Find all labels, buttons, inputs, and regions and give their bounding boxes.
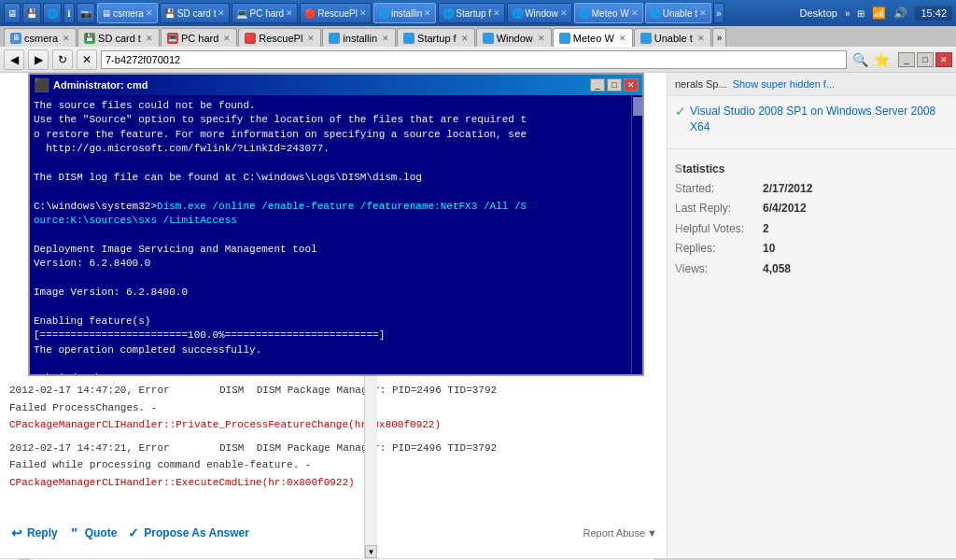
sidebar-header-link[interactable]: Show super hidden f...	[733, 78, 835, 90]
taskbar-installing[interactable]: 🌐 installin ✕	[373, 3, 436, 23]
toolbar-icons: 🔍 ⭐	[851, 50, 891, 69]
tab-window[interactable]: 🌐 Window ✕	[476, 28, 552, 47]
stat-last-reply-value: 6/4/2012	[763, 199, 807, 219]
taskbar-flag[interactable]: ⊞	[857, 8, 865, 19]
tab-close-unable[interactable]: ✕	[697, 34, 705, 43]
taskbar-sdcard[interactable]: 💾 SD card t ✕	[160, 3, 231, 23]
taskbar-overflow[interactable]: »	[713, 3, 724, 23]
answer-link[interactable]: Visual Studio 2008 SP1 on Windows Server…	[690, 104, 949, 135]
cmd-icon: ⬛	[34, 77, 49, 92]
propose-answer-button[interactable]: ✓ Propose As Answer	[126, 526, 248, 539]
taskbar-unable[interactable]: 🌐 Unable t ✕	[645, 3, 711, 23]
stat-started-value: 2/17/2012	[763, 179, 812, 200]
tab-icon-unable: 🌐	[640, 33, 652, 44]
tab-rescue[interactable]: 🔴 RescuePl ✕	[238, 28, 321, 47]
quicklaunch-btn2[interactable]: 💾	[22, 3, 41, 23]
cmd-close-button[interactable]: ✕	[624, 78, 639, 91]
log-timestamp-1: 2012-02-17 14:47:20, Error	[9, 385, 170, 396]
cmd-minimize-button[interactable]: _	[590, 78, 605, 91]
tab-icon-startup: 🌐	[403, 33, 415, 44]
tab-close-csmera[interactable]: ✕	[63, 34, 70, 43]
cmd-title: ⬛ Administrator: cmd	[34, 77, 148, 92]
reply-button[interactable]: ↩ Reply	[9, 526, 58, 539]
taskbar-meteo[interactable]: 🌐 Meteo W ✕	[574, 3, 643, 23]
log-entry-2: 2012-02-17 14:47:21, Error DISM DISM Pac…	[9, 439, 657, 491]
sidebar-breadcrumb: nerals Sp...	[675, 78, 727, 90]
quote-button[interactable]: " Quote	[67, 526, 118, 539]
tab-sdcard[interactable]: 💾 SD card t ✕	[77, 28, 160, 47]
tab-startup[interactable]: 🌐 Startup f ✕	[397, 28, 475, 47]
quicklaunch-btn3[interactable]: 🌐	[43, 3, 62, 23]
taskbar-chevron[interactable]: »	[845, 8, 851, 19]
scroll-down-button[interactable]: ▼	[365, 545, 377, 558]
stat-views-value: 4,058	[763, 259, 791, 280]
time-display: 15:42	[915, 6, 952, 21]
cmd-restore-button[interactable]: □	[607, 78, 622, 91]
report-abuse-button[interactable]: Report Abuse ▼	[583, 527, 657, 539]
log-source-2: DISM	[219, 442, 244, 454]
tab-overflow[interactable]: »	[712, 28, 727, 47]
tab-close-meteo[interactable]: ✕	[619, 34, 626, 43]
tab-icon-csmera: 🖥	[10, 33, 21, 44]
tab-meteo[interactable]: 🌐 Meteo W ✕	[553, 28, 633, 47]
tab-close-startup[interactable]: ✕	[461, 34, 469, 43]
close-button[interactable]: ✕	[935, 52, 952, 67]
stat-replies-label: Replies:	[675, 239, 759, 259]
stat-views-label: Views:	[675, 259, 759, 280]
forum-actions: ↩ Reply " Quote ✓ Propose As Answer Repo…	[0, 526, 667, 539]
windows-taskbar: 🖥 💾 🌐 ℹ 📷 🖥 csmera ✕ 💾 SD card t ✕ 💻 PC …	[0, 0, 956, 26]
taskbar-rescue[interactable]: 🔴 RescuePl ✕	[300, 3, 372, 23]
tab-pchard[interactable]: 💻 PC hard ✕	[161, 28, 237, 47]
cmd-window: ⬛ Administrator: cmd _ □ ✕ The source fi…	[28, 73, 644, 376]
taskbar-pchard[interactable]: 💻 PC hard ✕	[232, 3, 298, 23]
search-icon[interactable]: 🔍	[851, 50, 869, 69]
forum-panel: ⬛ Administrator: cmd _ □ ✕ The source fi…	[0, 73, 667, 558]
stat-last-reply-label: Last Reply:	[675, 199, 759, 219]
stat-helpful-label: Helpful Votes:	[675, 219, 759, 240]
desktop-label: Desktop	[800, 7, 837, 19]
stat-last-reply: Last Reply: 6/4/2012	[675, 199, 949, 219]
tab-close-window[interactable]: ✕	[538, 34, 545, 43]
report-chevron-icon: ▼	[647, 527, 657, 539]
forward-button[interactable]: ▶	[28, 49, 49, 70]
back-button[interactable]: ◀	[4, 49, 24, 70]
main-content: ⬛ Administrator: cmd _ □ ✕ The source fi…	[0, 73, 956, 558]
taskbar-csmera[interactable]: 🖥 csmera ✕	[97, 3, 158, 23]
quicklaunch-btn5[interactable]: 📷	[77, 3, 95, 23]
maximize-button[interactable]: □	[917, 52, 934, 67]
stat-views: Views: 4,058	[675, 259, 949, 280]
quicklaunch-btn4[interactable]: ℹ	[63, 3, 75, 23]
window-controls: _ □ ✕	[898, 52, 952, 67]
log-source-1: DISM	[219, 385, 244, 396]
tab-icon-sdcard: 💾	[84, 33, 95, 44]
reply-icon: ↩	[9, 526, 24, 539]
answer-checkmark-icon: ✓	[675, 104, 686, 119]
refresh-button[interactable]: ↻	[52, 49, 73, 70]
volume-icon: 🔊	[893, 7, 907, 20]
tab-installing[interactable]: 🌐 installin ✕	[322, 28, 396, 47]
cmd-body: The source files could not be found. Use…	[30, 95, 642, 374]
address-bar[interactable]: 7-b4272f070012	[101, 50, 847, 69]
star-icon[interactable]: ⭐	[872, 50, 891, 69]
tab-unable[interactable]: 🌐 Unable t ✕	[634, 28, 711, 47]
cmd-scrollbar[interactable]	[631, 95, 642, 374]
tab-icon-installing: 🌐	[329, 33, 340, 44]
quote-icon: "	[67, 526, 82, 539]
cmd-output: The source files could not be found. Use…	[34, 99, 639, 374]
log-timestamp-2: 2012-02-17 14:47:21, Error	[9, 442, 170, 454]
tab-close-rescue[interactable]: ✕	[307, 34, 315, 43]
minimize-button[interactable]: _	[898, 52, 915, 67]
tab-csmera[interactable]: 🖥 csmera ✕	[4, 28, 77, 47]
cmd-titlebar[interactable]: ⬛ Administrator: cmd _ □ ✕	[30, 75, 642, 95]
stat-replies-value: 10	[763, 239, 775, 259]
taskbar-startup[interactable]: 🌐 Startup f ✕	[438, 3, 505, 23]
stop-button[interactable]: ✕	[77, 49, 97, 70]
tab-close-sdcard[interactable]: ✕	[146, 34, 153, 43]
quicklaunch-btn1[interactable]: 🖥	[4, 3, 21, 23]
tab-close-installing[interactable]: ✕	[382, 34, 389, 43]
tab-icon-window: 🌐	[483, 33, 494, 44]
taskbar-window[interactable]: 🌐 Window ✕	[507, 3, 572, 23]
stat-started-label: Started:	[675, 179, 759, 200]
tab-close-pchard[interactable]: ✕	[223, 34, 231, 43]
tabs-row: 🖥 csmera ✕ 💾 SD card t ✕ 💻 PC hard ✕ 🔴 R…	[0, 26, 956, 47]
